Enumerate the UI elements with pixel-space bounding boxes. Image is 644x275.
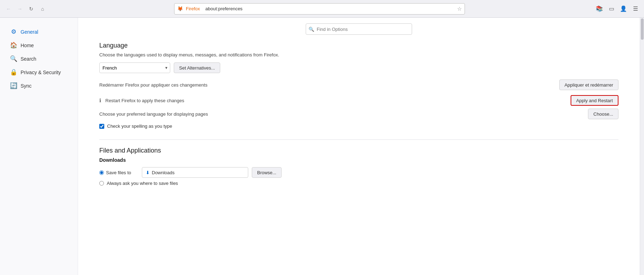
toolbar-right: 📚 ▭ 👤 ☰ [594,4,640,14]
address-bar-wrapper: 🦊 Firefox about:preferences ☆ [174,3,465,15]
language-controls: French Set Alternatives... [99,62,618,73]
browse-button[interactable]: Browse... [252,167,282,178]
info-icon[interactable]: ℹ [99,98,101,103]
forward-button[interactable]: → [15,4,25,14]
back-button[interactable]: ← [4,4,13,14]
account-button[interactable]: 👤 [618,4,628,14]
files-section: Files and Applications Downloads Save fi… [99,147,618,186]
sidebar-item-label-home: Home [21,43,34,48]
choose-lang-button[interactable]: Choose... [588,109,618,119]
restart-fr-label: Redémarrer Firefox pour appliquer ces ch… [99,82,555,88]
save-files-label: Save files to [106,170,131,175]
spell-check-checkbox[interactable] [99,124,104,129]
spell-check-label: Check your spelling as you type [107,123,172,129]
find-bar: 🔍 [99,18,618,42]
sidebar-toggle-button[interactable]: ▭ [606,4,616,14]
url-separator [202,6,203,11]
main-layout: ⚙ General 🏠 Home 🔍 Search 🔒 Privacy & Se… [0,18,644,275]
save-files-row: Save files to ⬇ Downloads Browse... [99,167,618,178]
browser-chrome: ← → ↻ ⌂ 🦊 Firefox about:preferences ☆ 📚 … [0,0,644,18]
search-icon: 🔍 [10,55,17,62]
find-search-icon: 🔍 [309,27,314,32]
library-button[interactable]: 📚 [594,4,604,14]
sidebar: ⚙ General 🏠 Home 🔍 Search 🔒 Privacy & Se… [0,18,78,275]
refresh-button[interactable]: ↻ [26,4,36,14]
language-select[interactable]: French [99,62,170,73]
gear-icon: ⚙ [10,28,17,35]
lock-icon: 🔒 [10,68,17,76]
restart-en-label: Restart Firefox to apply these changes [105,98,566,103]
language-select-wrapper: French [99,62,170,73]
sidebar-item-sync[interactable]: 🔄 Sync [3,79,75,92]
always-ask-row: Always ask you where to save files [99,181,618,186]
sidebar-item-label-sync: Sync [21,83,32,89]
sidebar-item-privacy[interactable]: 🔒 Privacy & Security [3,66,75,79]
address-url: about:preferences [205,6,243,11]
set-alternatives-button[interactable]: Set Alternatives... [174,62,220,73]
lang-pref-row: Choose your preferred language for displ… [99,109,618,119]
sidebar-item-label-search: Search [21,56,36,62]
apply-restart-button[interactable]: Apply and Restart [571,95,618,106]
sidebar-item-home[interactable]: 🏠 Home [3,39,75,52]
content-area: 🔍 Language Choose the languages used to … [78,18,640,275]
files-section-title: Files and Applications [99,147,618,154]
always-ask-radio[interactable] [99,181,104,186]
save-files-radio-label: Save files to [99,170,138,175]
scrollbar-thumb [641,18,644,40]
language-section-title: Language [99,42,618,49]
always-ask-label: Always ask you where to save files [107,181,178,186]
address-bar[interactable]: 🦊 Firefox about:preferences ☆ [174,3,465,15]
browser-label: Firefox [186,6,200,11]
sync-icon: 🔄 [10,82,17,89]
section-divider [99,139,618,140]
restart-row-english: ℹ Restart Firefox to apply these changes… [99,92,618,109]
sidebar-item-search[interactable]: 🔍 Search [3,52,75,65]
nav-buttons: ← → ↻ ⌂ [4,4,48,14]
home-icon: 🏠 [10,42,17,49]
downloads-subsection-title: Downloads [99,157,618,163]
downloads-path: ⬇ Downloads [142,167,248,178]
downloads-subsection: Downloads Save files to ⬇ Downloads Brow… [99,157,618,186]
find-input-wrapper: 🔍 [306,23,412,35]
sidebar-item-label-privacy: Privacy & Security [21,70,61,75]
restart-row-french: Redémarrer Firefox pour appliquer ces ch… [99,77,618,92]
lang-pref-label: Choose your preferred language for displ… [99,111,208,117]
downloads-path-text: Downloads [152,170,174,175]
spell-check-row: Check your spelling as you type [99,123,618,129]
menu-button[interactable]: ☰ [631,4,640,14]
firefox-favicon-icon: 🦊 [177,6,183,12]
download-arrow-icon: ⬇ [146,170,150,175]
language-section: Language Choose the languages used to di… [99,42,618,129]
browser-scrollbar[interactable] [640,18,644,275]
sidebar-item-general[interactable]: ⚙ General [3,25,75,38]
save-files-radio[interactable] [99,170,104,175]
sidebar-item-label-general: General [21,29,38,35]
appliquer-button[interactable]: Appliquer et redémarrer [559,79,618,90]
bookmark-icon[interactable]: ☆ [457,6,462,12]
language-section-desc: Choose the languages used to display men… [99,52,618,57]
find-input[interactable] [306,23,412,35]
home-button[interactable]: ⌂ [38,4,48,14]
